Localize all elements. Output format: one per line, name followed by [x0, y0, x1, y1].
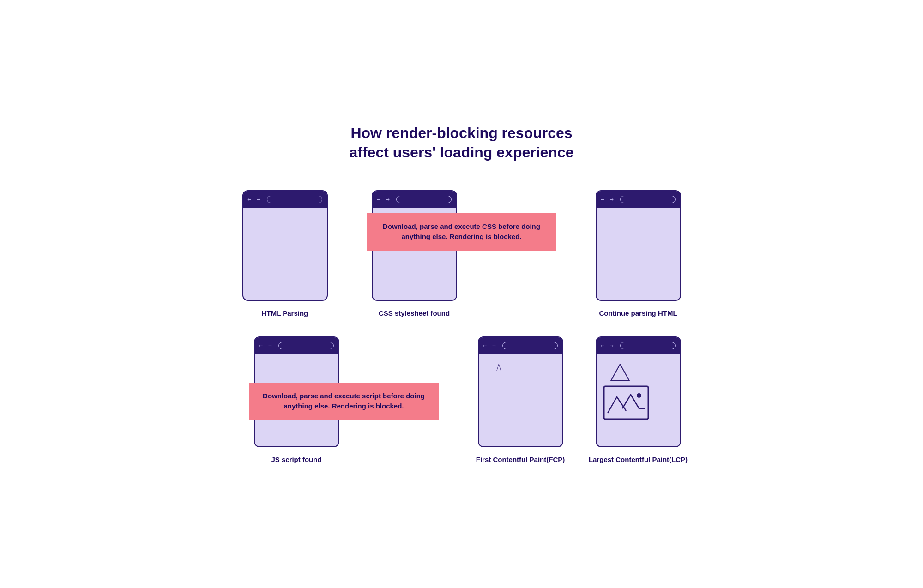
browser-html-parsing: ← → [242, 190, 328, 301]
cell-js-overlay-group: ← → JS script found Download, parse and … [231, 336, 457, 464]
image-icon-lcp [603, 385, 649, 420]
browser-url-css [396, 196, 452, 203]
browser-url-lcp [620, 342, 676, 349]
cell-continue-parsing: ← → Continue parsing HTML [584, 190, 693, 318]
triangle-icon-fcp [493, 363, 525, 391]
main-container: How render-blocking resourcesaffect user… [231, 124, 693, 464]
browser-body-fcp [479, 354, 562, 446]
browser-nav-lcp: ← → [601, 342, 615, 349]
browser-url-continue [620, 196, 676, 203]
cell-lcp: ← → [584, 336, 693, 464]
svg-marker-0 [496, 364, 501, 371]
caption-continue: Continue parsing HTML [599, 308, 677, 318]
caption-css: CSS stylesheet found [379, 308, 450, 318]
browser-body-continue [597, 208, 680, 300]
browser-url-js [278, 342, 334, 349]
svg-marker-1 [611, 364, 629, 381]
browser-continue: ← → [596, 190, 681, 301]
browser-body-html [243, 208, 327, 300]
caption-html-parsing: HTML Parsing [262, 308, 308, 318]
cell-html-parsing: ← → HTML Parsing [231, 190, 339, 318]
css-overlay-banner: Download, parse and execute CSS before d… [367, 213, 556, 251]
cell-fcp: ← → First Contentful Paint(FCP) [466, 336, 575, 464]
browser-nav-fcp: ← → [483, 342, 497, 349]
browser-nav-js: ← → [259, 342, 273, 349]
caption-js: JS script found [271, 455, 321, 464]
browser-nav-html: ← → [248, 196, 261, 203]
browser-fcp: ← → [478, 336, 563, 447]
caption-lcp: Largest Contentful Paint(LCP) [589, 455, 688, 464]
browser-nav-continue: ← → [601, 196, 615, 203]
browser-body-lcp [597, 354, 680, 446]
cell-css-overlay-group: ← → CSS stylesheet found Download, parse… [349, 190, 575, 318]
svg-point-3 [637, 393, 641, 398]
cell-css-stylesheet: ← → CSS stylesheet found [372, 190, 457, 318]
browser-url-fcp [502, 342, 558, 349]
browser-url-html [267, 196, 322, 203]
caption-fcp: First Contentful Paint(FCP) [476, 455, 565, 464]
triangle-icon-lcp [609, 362, 632, 383]
browser-lcp: ← → [596, 336, 681, 447]
browser-nav-css: ← → [377, 196, 391, 203]
page-title: How render-blocking resourcesaffect user… [231, 124, 693, 162]
js-overlay-banner: Download, parse and execute script befor… [249, 383, 439, 420]
